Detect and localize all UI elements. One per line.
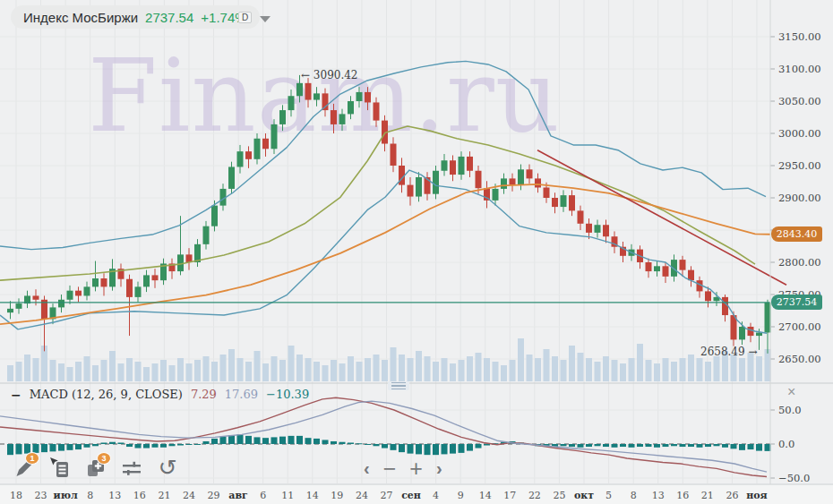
- add-indicator-button[interactable]: 3: [82, 455, 109, 482]
- close-icon[interactable]: ×: [787, 385, 795, 399]
- svg-text:окт: окт: [574, 490, 594, 501]
- chart-navigation: ‹ − + ›: [364, 456, 442, 481]
- add-indicator-badge: 3: [97, 452, 111, 465]
- last-price: 2737.54: [145, 10, 193, 25]
- svg-text:29: 29: [208, 490, 220, 501]
- instrument-selector[interactable]: Индекс МосБиржи 2737.54 +1.74%: [11, 5, 260, 29]
- panel-resize-handle[interactable]: [388, 381, 409, 390]
- macd-value: 7.29: [191, 388, 217, 401]
- svg-text:5: 5: [605, 490, 612, 501]
- svg-text:3050.00: 3050.00: [778, 95, 821, 107]
- svg-text:27: 27: [380, 490, 392, 501]
- svg-text:25: 25: [553, 490, 565, 501]
- settings-button[interactable]: [118, 455, 145, 482]
- svg-text:24: 24: [356, 490, 368, 501]
- chevron-down-icon[interactable]: [260, 16, 271, 22]
- svg-text:6: 6: [260, 490, 266, 501]
- svg-text:9: 9: [458, 490, 464, 501]
- drawing-toolbar: 1 3: [11, 455, 181, 482]
- svg-text:сен: сен: [401, 490, 421, 501]
- macd-histogram-value: −10.39: [266, 388, 309, 401]
- timeframe-button[interactable]: D: [238, 12, 252, 23]
- svg-text:16: 16: [133, 490, 146, 501]
- svg-text:0.0: 0.0: [778, 438, 794, 450]
- svg-text:4: 4: [433, 490, 439, 501]
- svg-text:8: 8: [631, 490, 637, 501]
- svg-text:21: 21: [701, 490, 714, 501]
- svg-text:−50.0: −50.0: [778, 472, 810, 484]
- zoom-out-button[interactable]: −: [383, 456, 397, 481]
- objects-list-button[interactable]: [47, 455, 73, 482]
- svg-text:19: 19: [331, 490, 343, 501]
- sliders-icon: [121, 457, 142, 479]
- svg-text:8: 8: [87, 490, 93, 501]
- svg-text:13: 13: [652, 490, 665, 501]
- undo-button[interactable]: ↺: [154, 455, 181, 482]
- svg-text:ноя: ноя: [746, 490, 768, 501]
- undo-icon: ↺: [159, 457, 177, 480]
- svg-text:50.0: 50.0: [778, 404, 802, 416]
- svg-text:3000.00: 3000.00: [778, 127, 821, 140]
- svg-text:авг: авг: [228, 490, 248, 501]
- macd-label: MACD (12, 26, 9, CLOSE): [30, 388, 183, 401]
- svg-text:23: 23: [35, 490, 47, 501]
- svg-text:18: 18: [10, 490, 22, 501]
- svg-text:11: 11: [281, 490, 294, 501]
- svg-text:14: 14: [479, 490, 492, 501]
- svg-text:26: 26: [726, 490, 738, 501]
- svg-text:июл: июл: [54, 490, 78, 501]
- ma-price-badge: 2843.40: [771, 226, 822, 242]
- macd-signal-value: 17.69: [225, 388, 258, 401]
- macd-indicator-row: − MACD (12, 26, 9, CLOSE) 7.29 17.69 −10…: [11, 388, 309, 401]
- svg-text:2900.00: 2900.00: [778, 192, 821, 204]
- draw-tool-badge: 1: [25, 452, 39, 465]
- svg-text:2700.00: 2700.00: [778, 320, 821, 333]
- svg-text:13: 13: [108, 490, 121, 501]
- svg-text:22: 22: [528, 490, 541, 501]
- svg-text:17: 17: [503, 490, 516, 501]
- svg-text:2950.00: 2950.00: [778, 159, 821, 172]
- svg-text:14: 14: [306, 490, 319, 501]
- objects-list-icon: [48, 457, 72, 480]
- collapse-indicator-button[interactable]: −: [11, 390, 21, 399]
- low-annotation: 2658.49 →: [700, 346, 758, 358]
- scroll-left-button[interactable]: ‹: [364, 456, 370, 481]
- scroll-right-button[interactable]: ›: [436, 456, 442, 481]
- draw-tool-button[interactable]: 1: [11, 455, 38, 482]
- last-price-badge: 2737.54: [771, 295, 822, 310]
- svg-text:3100.00: 3100.00: [778, 63, 821, 75]
- high-annotation: ← 3090.42: [301, 69, 358, 81]
- price-chart-canvas[interactable]: Finam.ru 1823июл81316212429авг6111419242…: [0, 0, 833, 504]
- trading-chart-window: Finam.ru 1823июл81316212429авг6111419242…: [0, 0, 833, 504]
- svg-text:24: 24: [183, 490, 195, 501]
- volume-bars: [7, 338, 771, 381]
- svg-text:16: 16: [676, 490, 689, 501]
- svg-text:21: 21: [158, 490, 170, 501]
- instrument-name: Индекс МосБиржи: [23, 10, 138, 25]
- zoom-in-button[interactable]: +: [409, 456, 423, 481]
- svg-text:2800.00: 2800.00: [778, 256, 821, 269]
- svg-text:2650.00: 2650.00: [778, 353, 821, 365]
- svg-text:3150.00: 3150.00: [778, 30, 821, 43]
